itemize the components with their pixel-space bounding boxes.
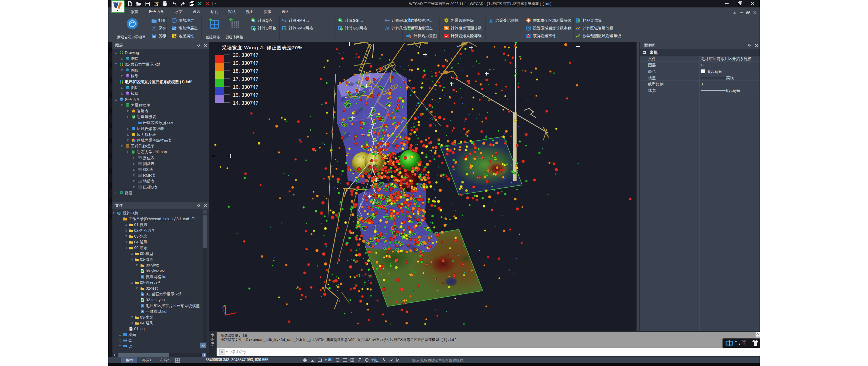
svg-text:15. 330747: 15. 330747 — [233, 92, 258, 98]
svg-text:G: G — [339, 18, 341, 22]
svg-text:采场宽度:Wang J. 修正图表法20%: 采场宽度:Wang J. 修正图表法20% — [221, 45, 303, 51]
svg-text:Q: Q — [252, 18, 254, 22]
svg-text:18. 330747: 18. 330747 — [233, 68, 258, 74]
svg-text:14. 330747: 14. 330747 — [233, 100, 258, 106]
svg-text:z: z — [223, 304, 225, 308]
svg-text:S: S — [121, 191, 123, 194]
svg-text:R: R — [282, 18, 285, 22]
svg-text:Q: Q — [253, 28, 255, 31]
svg-text:16. 330747: 16. 330747 — [233, 84, 258, 90]
svg-text:G: G — [340, 28, 342, 31]
svg-text:20. 330747: 20. 330747 — [233, 52, 258, 58]
svg-text:R: R — [284, 27, 286, 31]
svg-text:!: ! — [446, 19, 447, 22]
svg-text:17. 330747: 17. 330747 — [233, 76, 258, 82]
svg-text:19. 330747: 19. 330747 — [233, 60, 258, 66]
